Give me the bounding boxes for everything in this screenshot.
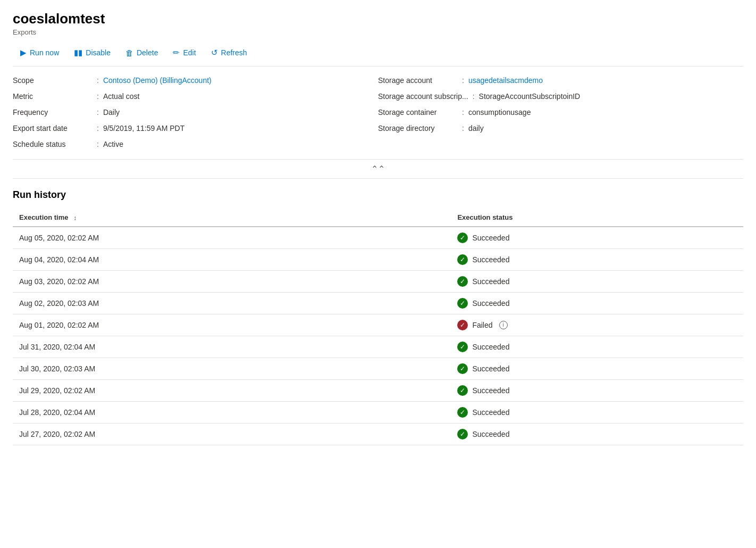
detail-separator: :: [97, 108, 99, 117]
table-row: Aug 01, 2020, 02:02 AM✓Failedi: [13, 314, 743, 336]
detail-separator: :: [462, 124, 464, 132]
execution-time-cell: Jul 29, 2020, 02:02 AM: [13, 379, 451, 401]
detail-value[interactable]: usagedetailsacmdemo: [468, 76, 543, 85]
execution-status-cell: ✓Succeeded: [451, 401, 743, 423]
detail-value: StorageAccountSubscriptoinID: [479, 92, 581, 101]
chevron-up-icon: ⌃⌃: [371, 164, 385, 174]
table-row: Jul 31, 2020, 02:04 AM✓Succeeded: [13, 336, 743, 358]
success-icon: ✓: [457, 363, 468, 374]
info-icon[interactable]: i: [499, 321, 508, 329]
table-header-row: Execution time ↕ Execution status: [13, 209, 743, 227]
detail-label: Storage account subscrip...: [378, 92, 468, 101]
detail-row: Metric:Actual cost: [13, 92, 378, 104]
status-text: Succeeded: [472, 364, 509, 373]
detail-value[interactable]: Contoso (Demo) (BillingAccount): [103, 76, 212, 85]
detail-separator: :: [97, 140, 99, 148]
execution-time-cell: Aug 02, 2020, 02:03 AM: [13, 292, 451, 314]
details-section: Scope:Contoso (Demo) (BillingAccount)Met…: [13, 76, 743, 160]
detail-value: daily: [468, 124, 484, 132]
refresh-icon: ↺: [211, 48, 218, 57]
table-row: Jul 30, 2020, 02:03 AM✓Succeeded: [13, 358, 743, 379]
run-history-table: Execution time ↕ Execution status Aug 05…: [13, 209, 743, 445]
table-row: Aug 04, 2020, 02:04 AM✓Succeeded: [13, 248, 743, 270]
execution-time-cell: Aug 04, 2020, 02:04 AM: [13, 248, 451, 270]
execution-time-cell: Jul 28, 2020, 02:04 AM: [13, 401, 451, 423]
detail-row: Schedule status:Active: [13, 140, 378, 152]
failed-icon: ✓: [457, 320, 468, 330]
sort-icon: ↕: [73, 214, 77, 222]
detail-value: Actual cost: [103, 92, 139, 101]
execution-time-cell: Aug 05, 2020, 02:02 AM: [13, 227, 451, 249]
col-execution-time[interactable]: Execution time ↕: [13, 209, 451, 227]
status-text: Succeeded: [472, 277, 509, 286]
collapse-button[interactable]: ⌃⌃: [13, 160, 743, 179]
detail-separator: :: [97, 124, 99, 132]
breadcrumb: Exports: [13, 28, 743, 36]
success-icon: ✓: [457, 429, 468, 439]
status-text: Succeeded: [472, 234, 509, 242]
status-text: Succeeded: [472, 408, 509, 417]
detail-value: consumptionusage: [468, 108, 531, 117]
edit-button[interactable]: ✏ Edit: [165, 45, 203, 61]
execution-status-cell: ✓Succeeded: [451, 379, 743, 401]
table-row: Aug 02, 2020, 02:03 AM✓Succeeded: [13, 292, 743, 314]
execution-status-cell: ✓Succeeded: [451, 358, 743, 379]
success-icon: ✓: [457, 342, 468, 352]
details-left-column: Scope:Contoso (Demo) (BillingAccount)Met…: [13, 76, 378, 152]
success-icon: ✓: [457, 276, 468, 287]
detail-separator: :: [97, 76, 99, 85]
execution-status-cell: ✓Succeeded: [451, 292, 743, 314]
edit-icon: ✏: [173, 48, 180, 57]
detail-separator: :: [473, 92, 475, 101]
disable-icon: ▮▮: [74, 48, 82, 57]
status-text: Failed: [472, 321, 492, 329]
detail-label: Frequency: [13, 108, 93, 117]
details-right-column: Storage account:usagedetailsacmdemoStora…: [378, 76, 743, 152]
success-icon: ✓: [457, 298, 468, 309]
detail-row: Storage account:usagedetailsacmdemo: [378, 76, 743, 88]
detail-row: Export start date:9/5/2019, 11:59 AM PDT: [13, 124, 378, 136]
detail-label: Export start date: [13, 124, 93, 132]
success-icon: ✓: [457, 233, 468, 243]
delete-button[interactable]: 🗑 Delete: [118, 45, 165, 61]
detail-label: Metric: [13, 92, 93, 101]
detail-label: Storage container: [378, 108, 458, 117]
status-text: Succeeded: [472, 343, 509, 351]
status-text: Succeeded: [472, 386, 509, 395]
status-text: Succeeded: [472, 430, 509, 438]
table-row: Jul 27, 2020, 02:02 AM✓Succeeded: [13, 423, 743, 445]
execution-time-cell: Jul 30, 2020, 02:03 AM: [13, 358, 451, 379]
detail-label: Storage account: [378, 76, 458, 85]
detail-row: Scope:Contoso (Demo) (BillingAccount): [13, 76, 378, 88]
execution-status-cell: ✓Failedi: [451, 314, 743, 336]
detail-label: Scope: [13, 76, 93, 85]
detail-row: Storage account subscrip...:StorageAccou…: [378, 92, 743, 104]
table-row: Jul 28, 2020, 02:04 AM✓Succeeded: [13, 401, 743, 423]
status-text: Succeeded: [472, 255, 509, 264]
table-row: Aug 03, 2020, 02:02 AM✓Succeeded: [13, 270, 743, 292]
success-icon: ✓: [457, 254, 468, 265]
success-icon: ✓: [457, 407, 468, 418]
execution-status-cell: ✓Succeeded: [451, 270, 743, 292]
execution-time-cell: Jul 31, 2020, 02:04 AM: [13, 336, 451, 358]
detail-separator: :: [462, 108, 464, 117]
execution-time-cell: Jul 27, 2020, 02:02 AM: [13, 423, 451, 445]
execution-status-cell: ✓Succeeded: [451, 423, 743, 445]
detail-separator: :: [462, 76, 464, 85]
disable-button[interactable]: ▮▮ Disable: [66, 45, 118, 61]
delete-icon: 🗑: [125, 48, 133, 57]
execution-status-cell: ✓Succeeded: [451, 248, 743, 270]
execution-time-cell: Aug 03, 2020, 02:02 AM: [13, 270, 451, 292]
detail-row: Storage container:consumptionusage: [378, 108, 743, 120]
detail-value: Active: [103, 140, 123, 148]
run-now-button[interactable]: ▶ Run now: [13, 45, 66, 61]
page-title: coeslalomtest: [13, 11, 743, 27]
success-icon: ✓: [457, 385, 468, 396]
refresh-button[interactable]: ↺ Refresh: [204, 45, 255, 61]
execution-status-cell: ✓Succeeded: [451, 227, 743, 249]
table-row: Aug 05, 2020, 02:02 AM✓Succeeded: [13, 227, 743, 249]
detail-label: Storage directory: [378, 124, 458, 132]
detail-separator: :: [97, 92, 99, 101]
status-text: Succeeded: [472, 299, 509, 308]
table-row: Jul 29, 2020, 02:02 AM✓Succeeded: [13, 379, 743, 401]
